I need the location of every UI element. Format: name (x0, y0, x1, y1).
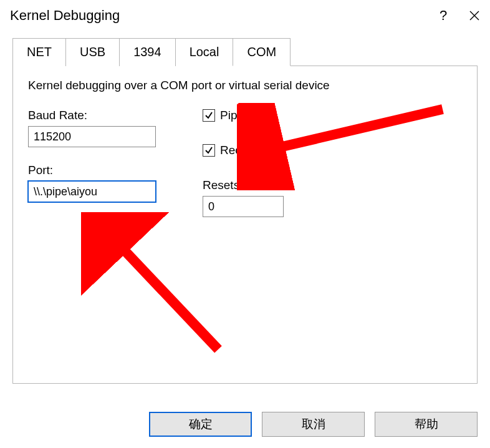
dialog-buttons: 确定 取消 帮助 (149, 412, 478, 437)
resets-label: Resets: (203, 178, 284, 192)
baud-rate-field: Baud Rate: (28, 109, 165, 147)
question-icon[interactable]: ? (428, 0, 459, 31)
form-columns: Baud Rate: Port: Pipe (28, 109, 462, 233)
tab-com[interactable]: COM (233, 38, 291, 66)
pipe-checkbox[interactable] (203, 109, 215, 122)
pipe-checkbox-row[interactable]: Pipe (203, 109, 284, 122)
resets-input[interactable] (203, 196, 284, 217)
right-column: Pipe Reconnect Resets: (203, 109, 284, 233)
left-column: Baud Rate: Port: (28, 109, 165, 233)
pipe-label: Pipe (220, 109, 244, 122)
tab-1394[interactable]: 1394 (119, 38, 176, 66)
tab-strip: NET USB 1394 Local COM (12, 37, 478, 66)
resets-field: Resets: (203, 178, 284, 217)
window-title: Kernel Debugging (10, 7, 428, 24)
port-label: Port: (28, 163, 165, 177)
dialog-content: NET USB 1394 Local COM Kernel debugging … (0, 31, 490, 384)
ok-button[interactable]: 确定 (149, 412, 252, 437)
reconnect-label: Reconnect (220, 144, 277, 157)
baud-rate-label: Baud Rate: (28, 109, 165, 122)
panel-description: Kernel debugging over a COM port or virt… (28, 79, 462, 92)
baud-rate-input[interactable] (28, 126, 156, 147)
cancel-button[interactable]: 取消 (262, 412, 365, 437)
help-button[interactable]: 帮助 (375, 412, 478, 437)
port-input[interactable] (28, 181, 156, 202)
close-icon[interactable] (459, 0, 490, 31)
port-field: Port: (28, 163, 165, 202)
com-tab-panel: Kernel debugging over a COM port or virt… (12, 66, 478, 384)
reconnect-checkbox-row[interactable]: Reconnect (203, 144, 284, 157)
tab-local[interactable]: Local (175, 38, 234, 66)
window-titlebar: Kernel Debugging ? (0, 0, 490, 31)
tab-usb[interactable]: USB (65, 38, 120, 66)
reconnect-checkbox[interactable] (203, 144, 215, 157)
tab-net[interactable]: NET (12, 38, 66, 66)
